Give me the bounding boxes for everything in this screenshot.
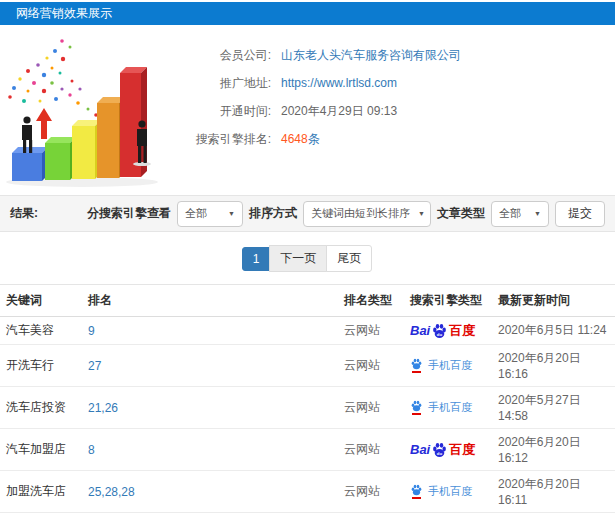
company-row: 会员公司: 山东老人头汽车服务咨询有限公司 [185,41,461,69]
engine-filter-label: 分搜索引擎查看 [87,205,171,222]
company-name-link[interactable]: 山东老人头汽车服务咨询有限公司 [281,47,461,64]
filter-controls: 分搜索引擎查看 全部 ▼ 排序方式 关键词由短到长排序 ▼ 文章类型 全部 ▼ … [87,201,605,227]
update-time-cell: 2020年5月27日 14:58 [492,387,615,429]
baidu-logo: Bai du 百度 [410,442,475,458]
next-page-button[interactable]: 下一页 [269,245,327,272]
col-header-keyword: 关键词 [0,285,82,317]
open-time-value: 2020年4月29日 09:13 [281,103,397,120]
table-row: 汽车加盟店8云网站 Bai du 百度 2020年6月20日 16:12 [0,429,615,471]
page: 网络营销效果展示 [0,2,615,520]
table-row: 洗车店投资21,26云网站 手机百度 2020年5月27日 14:58 [0,387,615,429]
ranking-count-unit: 条 [308,131,320,148]
sort-value: 关键词由短到长排序 [311,206,410,221]
rank-cell[interactable]: 21,26 [82,387,338,429]
engine-cell: 手机百度 [404,345,492,387]
page-1-button[interactable]: 1 [242,247,271,271]
svg-text:du: du [437,450,443,455]
bar-yellow [72,120,101,179]
article-type-select[interactable]: 全部 ▼ [491,201,549,227]
promo-url-label: 推广地址: [185,75,271,92]
promo-url-link[interactable]: https://www.lrtlsd.com [281,76,397,90]
submit-button[interactable]: 提交 [555,201,605,227]
open-time-label: 开通时间: [185,103,271,120]
chevron-down-icon: ▼ [220,210,235,217]
ranking-count-row: 搜索引擎排名: 4648条 [185,125,461,153]
chevron-down-icon: ▼ [526,210,541,217]
svg-text:du: du [437,331,443,336]
ranking-count-value: 4648 [281,132,308,146]
results-table: 关键词 排名 排名类型 搜索引擎类型 最新更新时间 汽车美容9云网站 Bai d… [0,284,615,520]
baidu-paw-icon: du [431,442,448,458]
article-type-value: 全部 [499,206,521,221]
keyword-cell: 洗车赚钱吗 [0,513,82,520]
keyword-cell: 加盟洗车店 [0,471,82,513]
keyword-cell: 汽车美容 [0,317,82,345]
col-header-rank-type: 排名类型 [338,285,404,317]
engine-cell: 手机百度 [404,471,492,513]
rank-type-cell: 云网站 [338,513,404,520]
rank-type-cell: 云网站 [338,471,404,513]
confetti-dots [8,39,105,122]
open-time-row: 开通时间: 2020年4月29日 09:13 [185,97,461,125]
bar-green [45,137,76,180]
pagination: 1下一页尾页 [0,232,615,284]
info-section: 会员公司: 山东老人头汽车服务咨询有限公司 推广地址: https://www.… [0,25,615,191]
table-row: 洗车赚钱吗30云网站 手机百度 2020年6月20日 16:12 [0,513,615,520]
update-time-cell: 2020年6月20日 16:12 [492,513,615,520]
article-type-label: 文章类型 [437,205,485,222]
update-time-cell: 2020年6月5日 11:24 [492,317,615,345]
rank-cell[interactable]: 27 [82,345,338,387]
rank-cell[interactable]: 25,28,28 [82,471,338,513]
engine-filter-value: 全部 [185,206,207,221]
mobile-baidu-logo: 手机百度 [410,400,472,415]
keyword-cell: 开洗车行 [0,345,82,387]
engine-cell: 手机百度 [404,513,492,520]
result-label: 结果: [10,205,38,222]
mobile-baidu-logo: 手机百度 [410,358,472,373]
table-row: 开洗车行27云网站 手机百度 2020年6月20日 16:16 [0,345,615,387]
marketing-chart-illustration [0,31,185,189]
rank-type-cell: 云网站 [338,429,404,471]
info-rows: 会员公司: 山东老人头汽车服务咨询有限公司 推广地址: https://www.… [185,31,461,189]
last-page-button[interactable]: 尾页 [326,245,372,272]
keyword-cell: 洗车店投资 [0,387,82,429]
table-header-row: 关键词 排名 排名类型 搜索引擎类型 最新更新时间 [0,285,615,317]
rank-cell[interactable]: 30 [82,513,338,520]
sort-select[interactable]: 关键词由短到长排序 ▼ [303,201,431,227]
baidu-logo: Bai du 百度 [410,323,475,339]
up-arrow [36,108,52,139]
col-header-engine-type: 搜索引擎类型 [404,285,492,317]
company-label: 会员公司: [185,47,271,64]
chevron-down-icon: ▼ [410,210,425,217]
mobile-baidu-logo: 手机百度 [410,484,472,499]
mobile-baidu-underline [412,497,421,499]
rank-cell[interactable]: 8 [82,429,338,471]
engine-cell: Bai du 百度 [404,429,492,471]
promo-url-row: 推广地址: https://www.lrtlsd.com [185,69,461,97]
table-row: 加盟洗车店25,28,28云网站 手机百度 2020年6月20日 16:11 [0,471,615,513]
mobile-baidu-paw-icon [410,400,423,412]
rank-cell[interactable]: 9 [82,317,338,345]
baidu-paw-icon: du [431,323,448,339]
table-body: 汽车美容9云网站 Bai du 百度 2020年6月5日 11:24开洗车行27… [0,317,615,520]
engine-cell: 手机百度 [404,387,492,429]
col-header-update-time: 最新更新时间 [492,285,615,317]
keyword-cell: 汽车加盟店 [0,429,82,471]
engine-filter-select[interactable]: 全部 ▼ [177,201,243,227]
mobile-baidu-underline [412,413,421,415]
rank-type-cell: 云网站 [338,387,404,429]
page-header: 网络营销效果展示 [0,2,615,25]
table-row: 汽车美容9云网站 Bai du 百度 2020年6月5日 11:24 [0,317,615,345]
mobile-baidu-paw-icon [410,358,423,370]
page-title: 网络营销效果展示 [16,6,112,20]
mobile-baidu-underline [412,371,421,373]
filter-bar: 结果: 分搜索引擎查看 全部 ▼ 排序方式 关键词由短到长排序 ▼ 文章类型 全… [0,195,615,232]
update-time-cell: 2020年6月20日 16:12 [492,429,615,471]
rank-type-cell: 云网站 [338,345,404,387]
rank-type-cell: 云网站 [338,317,404,345]
ranking-count-label: 搜索引擎排名: [185,131,271,148]
mobile-baidu-paw-icon [410,484,423,496]
update-time-cell: 2020年6月20日 16:16 [492,345,615,387]
sort-label: 排序方式 [249,205,297,222]
engine-cell: Bai du 百度 [404,317,492,345]
